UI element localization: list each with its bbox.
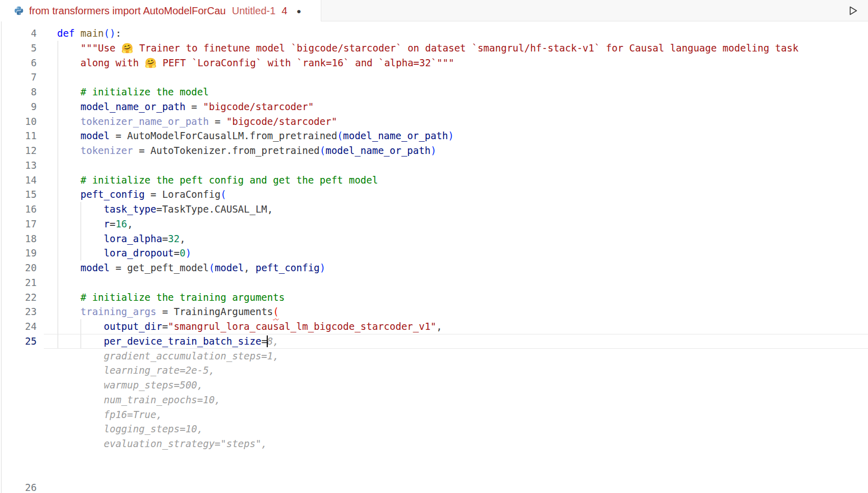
line-number[interactable]: 16	[0, 202, 57, 217]
ghost-suggestion-text: 8,	[267, 335, 279, 347]
line-content[interactable]: fp16=True,	[57, 407, 868, 422]
line-number[interactable]: 4	[0, 26, 57, 41]
code-token-br: (	[337, 130, 343, 141]
line-content[interactable]: tokenizer = AutoTokenizer.from_pretraine…	[57, 143, 868, 158]
code-line: 11 model = AutoModelForCausalLM.from_pre…	[0, 128, 868, 143]
line-number[interactable]: 17	[0, 217, 57, 231]
line-number[interactable]: 14	[0, 173, 57, 188]
line-content[interactable]: evaluation_strategy="steps",	[57, 436, 868, 451]
code-line: 18 lora_alpha=32,	[0, 231, 868, 246]
line-number[interactable]: 25	[0, 334, 57, 349]
line-content[interactable]	[57, 158, 868, 173]
line-content[interactable]: warmup_steps=500,	[57, 378, 868, 393]
code-token-br: )	[448, 130, 453, 141]
line-content[interactable]: model = get_peft_model(model, peft_confi…	[57, 261, 868, 275]
line-content[interactable]: model = AutoModelForCausalLM.from_pretra…	[57, 128, 868, 143]
line-content[interactable]: # initialize the training arguments	[57, 290, 868, 305]
tab-untitled-1[interactable]: from transformers import AutoModelForCau…	[0, 0, 321, 21]
line-content[interactable]: tokenizer_name_or_path = "bigcode/starco…	[57, 114, 868, 129]
code-token-uvar: training_args	[81, 306, 157, 317]
run-button[interactable]	[846, 4, 860, 18]
line-number[interactable]: 13	[0, 158, 57, 173]
line-number[interactable]: 22	[0, 290, 57, 305]
code-token-txt: ,	[437, 321, 442, 332]
line-number[interactable]: 7	[0, 70, 57, 85]
line-number[interactable]	[0, 378, 57, 393]
line-content[interactable]	[57, 480, 868, 493]
code-area[interactable]: 4def main():5 """Use 🤗 Trainer to finetu…	[0, 26, 868, 493]
line-content[interactable]: def main():	[57, 26, 868, 41]
line-number[interactable]: 10	[0, 114, 57, 129]
line-number[interactable]: 21	[0, 275, 57, 290]
line-content[interactable]: gradient_accumulation_steps=1,	[57, 349, 868, 364]
line-content[interactable]: r=16,	[57, 217, 868, 231]
code-token-var: peft_config	[81, 189, 145, 200]
indent-guide	[58, 114, 58, 129]
line-number[interactable]	[0, 349, 57, 364]
code-token-var: lora_alpha	[104, 233, 162, 244]
code-line: 17 r=16,	[0, 217, 868, 231]
line-number[interactable]	[0, 466, 57, 481]
line-content[interactable]: lora_dropout=0)	[57, 246, 868, 261]
tab-dirty-dot-icon[interactable]: ●	[296, 7, 301, 15]
line-number[interactable]	[0, 436, 57, 451]
line-number[interactable]	[0, 363, 57, 378]
line-content[interactable]: per_device_train_batch_size=8,	[57, 334, 868, 349]
ghost-suggestion-text: warmup_steps=500,	[57, 379, 203, 391]
code-token-var: peft_config	[256, 262, 320, 273]
line-content[interactable]: peft_config = LoraConfig(	[57, 187, 868, 202]
code-line: 12 tokenizer = AutoTokenizer.from_pretra…	[0, 143, 868, 158]
code-token-txt: =	[186, 101, 203, 112]
line-content[interactable]: num_train_epochs=10,	[57, 393, 868, 407]
line-content[interactable]: model_name_or_path = "bigcode/starcoder"	[57, 99, 868, 114]
line-number[interactable]	[0, 407, 57, 422]
line-content[interactable]: # initialize the peft config and get the…	[57, 173, 868, 188]
line-number[interactable]: 12	[0, 143, 57, 158]
line-content[interactable]: task_type=TaskType.CAUSAL_LM,	[57, 202, 868, 217]
ghost-suggestion-text: fp16=True,	[57, 409, 162, 420]
line-number[interactable]: 24	[0, 319, 57, 334]
code-line: 16 task_type=TaskType.CAUSAL_LM,	[0, 202, 868, 217]
line-content[interactable]: logging_steps=10,	[57, 422, 868, 436]
line-number[interactable]	[0, 451, 57, 466]
indent-guide	[58, 202, 58, 217]
code-line	[0, 451, 868, 466]
code-token-str: """Use 🤗 Trainer to finetune model `bigc…	[57, 42, 799, 54]
line-content[interactable]: learning_rate=2e-5,	[57, 363, 868, 378]
code-token-txt: ,	[244, 262, 256, 273]
code-line: 22 # initialize the training arguments	[0, 290, 868, 305]
code-line: gradient_accumulation_steps=1,	[0, 349, 868, 364]
line-number[interactable]: 8	[0, 85, 57, 99]
indent-guide	[81, 217, 81, 231]
code-token-br: )	[320, 262, 325, 273]
line-content[interactable]: along with 🤗 PEFT `LoraConfig` with `ran…	[57, 56, 868, 70]
line-number[interactable]: 15	[0, 187, 57, 202]
line-number[interactable]	[0, 422, 57, 436]
line-content[interactable]	[57, 466, 868, 481]
tab-bar: from transformers import AutoModelForCau…	[0, 0, 868, 21]
code-token-var: task_type	[104, 203, 157, 215]
line-number[interactable]	[0, 393, 57, 407]
line-number[interactable]: 20	[0, 261, 57, 275]
line-content[interactable]: """Use 🤗 Trainer to finetune model `bigc…	[57, 41, 868, 56]
code-token-br: (	[220, 189, 226, 200]
line-number[interactable]: 18	[0, 231, 57, 246]
line-number[interactable]: 6	[0, 56, 57, 70]
line-content[interactable]	[57, 70, 868, 85]
line-number[interactable]: 5	[0, 41, 57, 56]
code-token-var: output_dir	[104, 321, 162, 332]
line-number[interactable]: 9	[0, 99, 57, 114]
line-content[interactable]: output_dir="smangrul_lora_causal_lm_bigc…	[57, 319, 868, 334]
line-content[interactable]: training_args = TrainingArguments(	[57, 304, 868, 319]
line-number[interactable]: 26	[0, 480, 57, 493]
line-number[interactable]: 11	[0, 128, 57, 143]
line-content[interactable]: # initialize the model	[57, 85, 868, 99]
code-editor[interactable]: 4def main():5 """Use 🤗 Trainer to finetu…	[0, 21, 868, 493]
line-content[interactable]	[57, 275, 868, 290]
line-content[interactable]: lora_alpha=32,	[57, 231, 868, 246]
indent-guide	[58, 217, 58, 231]
line-number[interactable]: 23	[0, 304, 57, 319]
line-content[interactable]	[57, 451, 868, 466]
code-token-txt	[57, 86, 81, 97]
line-number[interactable]: 19	[0, 246, 57, 261]
